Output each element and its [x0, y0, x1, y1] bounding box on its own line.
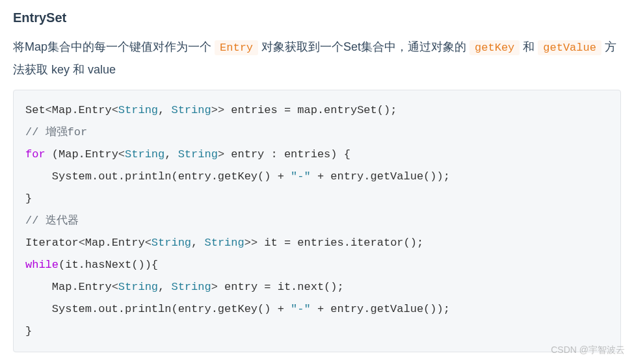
code-line: System.out.println(entry.getKey() + "-" …: [25, 303, 450, 315]
inline-code-entry: Entry: [215, 40, 258, 55]
inline-code-getvalue: getValue: [538, 40, 601, 55]
code-line: System.out.println(entry.getKey() + "-" …: [25, 170, 450, 183]
code-line: Map.Entry<String, String> entry = it.nex…: [25, 281, 344, 293]
code-line: }: [25, 192, 32, 205]
code-block: Set<Map.Entry<String, String>> entries =…: [13, 90, 621, 352]
desc-text: 和: [520, 40, 538, 53]
code-line: while(it.hasNext()){: [25, 259, 158, 271]
section-heading: EntrySet: [13, 10, 621, 25]
code-line: Set<Map.Entry<String, String>> entries =…: [25, 104, 397, 116]
code-line: // 迭代器: [25, 214, 79, 227]
code-line: }: [25, 325, 32, 337]
code-line: Iterator<Map.Entry<String, String>> it =…: [25, 237, 423, 249]
section-description: 将Map集合中的每一个键值对作为一个 Entry 对象获取到一个Set集合中，通…: [13, 36, 621, 81]
desc-text: 对象获取到一个Set集合中，通过对象的: [258, 40, 469, 53]
code-line: for (Map.Entry<String, String> entry : e…: [25, 148, 350, 161]
desc-text: 将Map集合中的每一个键值对作为一个: [13, 40, 215, 53]
inline-code-getkey: getKey: [469, 40, 520, 55]
code-line: // 增强for: [25, 126, 87, 138]
